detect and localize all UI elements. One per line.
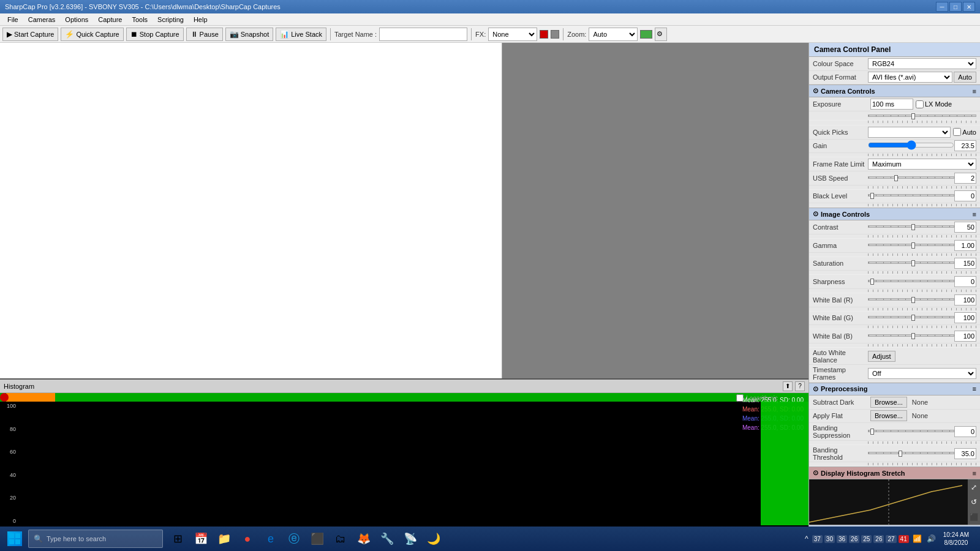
live-stack-button[interactable]: 📊 Live Stack xyxy=(276,28,326,41)
taskbar-app-11[interactable]: 🌙 xyxy=(423,528,445,550)
black-level-slider-thumb[interactable] xyxy=(870,193,874,199)
lx-mode-checkbox[interactable] xyxy=(916,100,924,108)
sharpness-value[interactable] xyxy=(954,276,976,287)
quick-picks-dropdown[interactable] xyxy=(868,127,951,138)
exposure-slider-track[interactable] xyxy=(868,114,976,117)
banding-suppression-thumb[interactable] xyxy=(870,429,874,435)
exposure-slider-thumb[interactable] xyxy=(911,113,915,119)
svg-rect-2 xyxy=(15,533,20,538)
preprocessing-section[interactable]: ⊙ Preprocessing ≡ xyxy=(809,383,980,395)
image-area: Histogram ⬆ ? 100 80 60 40 20 xyxy=(0,43,809,538)
taskbar-app-2[interactable]: 📁 xyxy=(213,528,235,550)
stop-capture-button[interactable]: ⏹ Stop Capture xyxy=(126,28,184,41)
start-capture-button[interactable]: ▶ Start Capture xyxy=(2,28,58,41)
histogram-expand-btn[interactable]: ⬆ xyxy=(783,381,793,391)
usb-slider-thumb[interactable] xyxy=(894,175,898,181)
snapshot-icon: 📷 xyxy=(230,30,239,39)
taskbar-apps: ⊞ 📅 📁 ● e ⓔ ⬛ 🗂 🦊 🔧 📡 xyxy=(167,528,445,550)
browse-dark-button[interactable]: Browse... xyxy=(870,397,907,408)
adjust-button[interactable]: Adjust xyxy=(868,351,895,362)
maximize-button[interactable]: □ xyxy=(949,2,962,12)
black-level-value[interactable] xyxy=(954,190,976,201)
image-controls-section[interactable]: ⊙ Image Controls ≡ xyxy=(809,208,980,220)
tray-num-5: 25 xyxy=(861,535,872,543)
gamma-slider-thumb[interactable] xyxy=(911,242,915,249)
usb-speed-value[interactable] xyxy=(954,173,976,184)
tray-arrow-icon[interactable]: ^ xyxy=(804,534,810,543)
network-icon[interactable]: 📶 xyxy=(911,534,923,543)
taskbar-app-6[interactable]: ⬛ xyxy=(306,528,328,550)
sharpness-slider-thumb[interactable] xyxy=(870,279,874,285)
banding-suppression-value[interactable] xyxy=(954,426,976,437)
taskbar-clock[interactable]: 10:24 AM 8/8/2020 xyxy=(940,531,973,547)
minimize-button[interactable]: ─ xyxy=(936,2,948,12)
close-button[interactable]: ✕ xyxy=(963,2,975,12)
white-bal-g-thumb[interactable] xyxy=(911,315,915,321)
contrast-value[interactable] xyxy=(954,222,976,233)
gamma-label: Gamma xyxy=(813,242,868,249)
pause-button[interactable]: ⏸ Pause xyxy=(186,28,223,41)
fx-dropdown[interactable]: None xyxy=(488,28,537,41)
black-level-row: Black Level xyxy=(809,190,980,204)
browse-flat-button[interactable]: Browse... xyxy=(870,410,907,421)
stretch-icon-2[interactable]: ↺ xyxy=(971,498,977,506)
timestamp-dropdown[interactable]: Off xyxy=(868,368,976,379)
banding-threshold-value[interactable] xyxy=(954,448,976,459)
histogram-red-dot xyxy=(0,393,9,402)
quick-capture-button[interactable]: ⚡ Quick Capture xyxy=(61,28,123,41)
saturation-slider-thumb[interactable] xyxy=(911,260,915,266)
auto-format-button[interactable]: Auto xyxy=(954,72,976,83)
banding-threshold-thumb[interactable] xyxy=(899,451,902,457)
taskbar-app-taskview[interactable]: ⊞ xyxy=(167,528,189,550)
camera-controls-section[interactable]: ⊙ Camera Controls ≡ xyxy=(809,84,980,97)
zoom-settings-button[interactable]: ⚙ xyxy=(655,28,667,41)
gamma-value[interactable] xyxy=(954,240,976,251)
white-bal-b-value[interactable] xyxy=(954,331,976,342)
menu-tools[interactable]: Tools xyxy=(127,15,153,24)
taskbar-app-10[interactable]: 📡 xyxy=(399,528,421,550)
quick-picks-auto-checkbox[interactable] xyxy=(953,128,961,136)
frame-rate-dropdown[interactable]: Maximum xyxy=(868,159,976,170)
preprocessing-toggle: ⊙ xyxy=(813,385,818,393)
menu-file[interactable]: File xyxy=(2,15,23,24)
start-button[interactable] xyxy=(2,528,27,550)
stretch-icon-1[interactable]: ⤢ xyxy=(971,483,977,492)
volume-icon[interactable]: 🔊 xyxy=(925,534,937,543)
zoom-dropdown[interactable]: Auto xyxy=(589,28,638,41)
taskbar-app-7[interactable]: 🗂 xyxy=(330,528,352,550)
histogram-help-btn[interactable]: ? xyxy=(795,381,805,391)
output-format-dropdown[interactable]: AVI files (*.avi) xyxy=(868,72,952,83)
saturation-value[interactable] xyxy=(954,258,976,269)
histogram-chart xyxy=(17,393,809,525)
menu-help[interactable]: Help xyxy=(189,15,213,24)
display-histogram-section[interactable]: ⊙ Display Histogram Stretch ≡ xyxy=(809,467,980,479)
taskbar-app-3[interactable]: ● xyxy=(236,528,258,550)
contrast-slider-thumb[interactable] xyxy=(911,224,915,230)
menu-capture[interactable]: Capture xyxy=(93,15,127,24)
white-bal-g-dots xyxy=(809,325,980,329)
menu-scripting[interactable]: Scripting xyxy=(153,15,189,24)
menu-cameras[interactable]: Cameras xyxy=(23,15,61,24)
pause-icon: ⏸ xyxy=(190,30,198,39)
white-bal-g-value[interactable] xyxy=(954,312,976,323)
taskbar-app-5[interactable]: ⓔ xyxy=(283,528,305,550)
white-bal-r-thumb[interactable] xyxy=(911,297,915,303)
taskbar-app-8[interactable]: 🦊 xyxy=(353,528,375,550)
svg-rect-4 xyxy=(15,539,20,544)
colour-space-dropdown[interactable]: RGB24 xyxy=(868,58,976,69)
taskbar-app-4[interactable]: e xyxy=(260,528,282,550)
gain-slider[interactable] xyxy=(868,140,954,150)
clock-date: 8/8/2020 xyxy=(943,539,969,547)
exposure-input[interactable] xyxy=(870,99,913,110)
menu-options[interactable]: Options xyxy=(60,15,93,24)
taskbar-app-9[interactable]: 🔧 xyxy=(376,528,398,550)
target-name-input[interactable] xyxy=(379,28,467,41)
taskbar-app-1[interactable]: 📅 xyxy=(190,528,212,550)
sharpcap-taskbar-icon: 🌙 xyxy=(427,532,440,545)
white-bal-b-thumb[interactable] xyxy=(911,333,915,339)
stretch-icon-3[interactable]: ⬛ xyxy=(970,513,979,522)
gain-value[interactable] xyxy=(954,140,976,151)
white-bal-r-value[interactable] xyxy=(954,294,976,305)
taskbar-search-box[interactable]: 🔍 Type here to search xyxy=(28,530,163,548)
snapshot-button[interactable]: 📷 Snapshot xyxy=(225,28,273,41)
